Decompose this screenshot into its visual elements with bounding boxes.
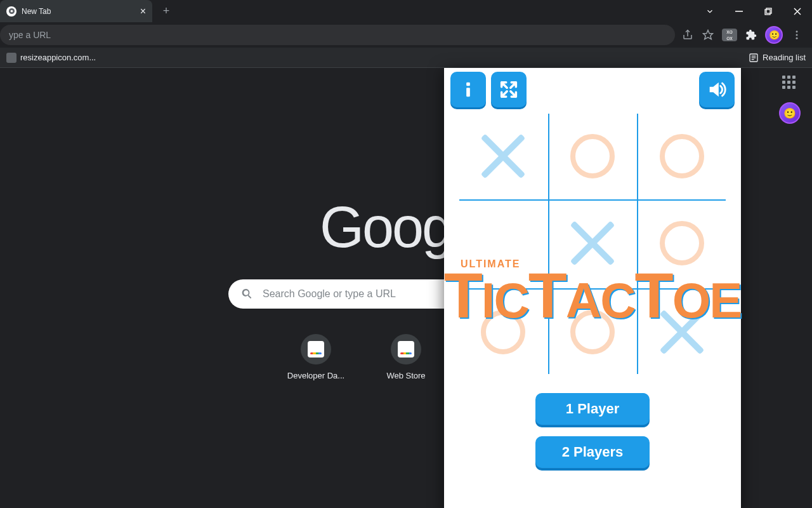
webstore-icon <box>308 341 324 358</box>
speaker-icon <box>706 79 728 100</box>
tab-close-icon[interactable]: × <box>140 6 146 17</box>
shortcut-label: Developer Da... <box>287 371 344 380</box>
bookmark-star-icon[interactable] <box>702 29 714 41</box>
svg-rect-3 <box>765 10 770 15</box>
info-button[interactable] <box>450 72 486 107</box>
svg-rect-2 <box>735 11 743 12</box>
two-players-button[interactable]: 2 Players <box>535 436 650 468</box>
extensions-puzzle-icon[interactable] <box>745 29 757 41</box>
tabs-dropdown-icon[interactable] <box>695 0 724 22</box>
svg-rect-16 <box>466 83 470 86</box>
o-mark-icon <box>660 134 704 178</box>
game-board <box>459 114 726 374</box>
info-icon <box>457 79 479 100</box>
o-mark-icon <box>570 134 615 178</box>
board-cell[interactable] <box>638 114 726 198</box>
browser-tab[interactable]: New Tab × <box>0 0 152 22</box>
shortcut-label: Web Store <box>386 371 425 380</box>
svg-rect-17 <box>466 88 470 97</box>
address-placeholder: ype a URL <box>9 30 51 40</box>
account-avatar[interactable]: 🙂 <box>779 102 801 124</box>
share-icon[interactable] <box>681 29 694 41</box>
fullscreen-icon <box>498 79 520 100</box>
svg-rect-4 <box>766 8 771 13</box>
game-title-text: TICTACTOE <box>453 270 732 321</box>
sound-button[interactable] <box>699 72 735 107</box>
chrome-favicon-icon <box>6 6 16 17</box>
window-titlebar: New Tab × + <box>0 0 812 22</box>
reading-list-icon <box>749 53 759 63</box>
extension-popup: ULTIMATE TICTACTOE 1 Player 2 Players <box>444 68 741 508</box>
svg-point-1 <box>10 10 13 13</box>
play-buttons: 1 Player 2 Players <box>448 393 737 468</box>
svg-marker-8 <box>704 30 713 39</box>
tab-title: New Tab <box>22 7 51 16</box>
profile-avatar[interactable]: 🙂 <box>765 26 783 44</box>
ntp-right-icons: 🙂 <box>779 76 801 124</box>
maximize-button[interactable] <box>754 0 783 22</box>
x-mark-icon <box>481 134 525 178</box>
google-apps-icon[interactable] <box>782 76 797 91</box>
page-content: 🙂 Google Search Google or type a URL Dev… <box>0 68 812 508</box>
bookmark-label: resizeappicon.com... <box>20 53 96 62</box>
search-placeholder: Search Google or type a URL <box>263 288 396 300</box>
bookmark-item[interactable]: resizeappicon.com... <box>6 53 96 63</box>
address-bar-row: ype a URL xoox 🙂 <box>0 22 812 48</box>
reading-list-label: Reading list <box>763 53 806 62</box>
one-player-button[interactable]: 1 Player <box>535 393 650 425</box>
shortcut-webstore[interactable]: Web Store <box>370 334 442 380</box>
svg-point-11 <box>796 37 798 39</box>
tictactoe-extension-icon[interactable]: xoox <box>722 29 737 41</box>
close-window-button[interactable] <box>783 0 812 22</box>
minimize-button[interactable] <box>724 0 754 22</box>
bookmarks-bar: resizeappicon.com... Reading list <box>0 48 812 68</box>
game-title: ULTIMATE TICTACTOE <box>453 258 732 321</box>
webstore-icon <box>398 341 414 358</box>
bookmark-favicon-icon <box>6 53 16 63</box>
svg-point-10 <box>796 34 798 36</box>
board-cell[interactable] <box>549 114 636 198</box>
shortcut-developer[interactable]: Developer Da... <box>280 334 351 380</box>
reading-list-button[interactable]: Reading list <box>749 53 806 63</box>
board-cell[interactable] <box>459 114 547 198</box>
search-icon <box>241 288 254 300</box>
fullscreen-button[interactable] <box>491 72 527 107</box>
game-subtitle: ULTIMATE <box>461 258 732 270</box>
new-tab-button[interactable]: + <box>157 0 175 22</box>
address-bar[interactable]: ype a URL <box>0 25 675 45</box>
game-toolbar <box>448 72 737 107</box>
toolbar-icons: xoox 🙂 <box>678 26 807 44</box>
svg-point-9 <box>796 30 798 32</box>
kebab-menu-icon[interactable] <box>790 29 803 41</box>
window-controls <box>695 0 812 22</box>
